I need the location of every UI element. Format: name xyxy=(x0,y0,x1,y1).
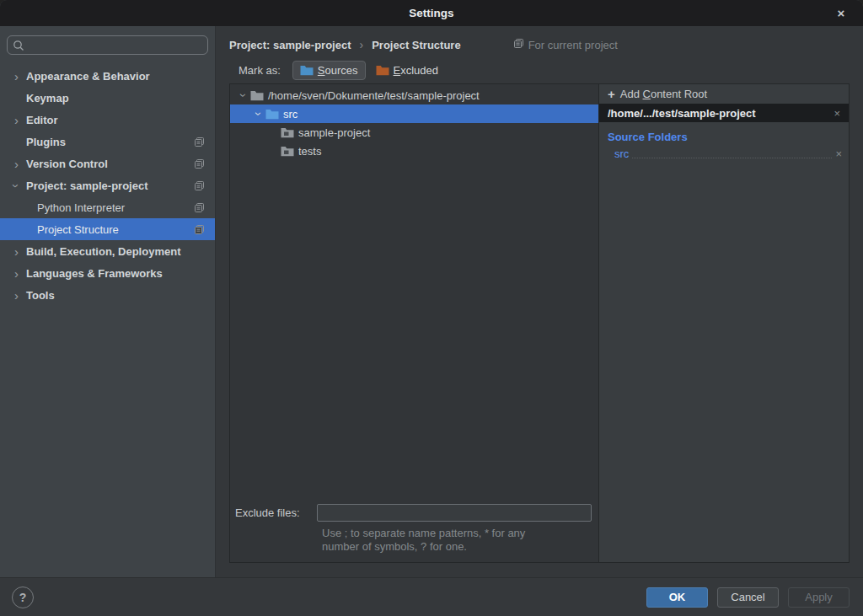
folder-icon xyxy=(281,146,294,157)
sidebar-item-tools[interactable]: ›Tools xyxy=(0,284,215,306)
tree-row-src[interactable]: ›src xyxy=(230,104,598,123)
mark-excluded-button[interactable]: Excluded xyxy=(369,62,445,79)
project-config-icon xyxy=(194,180,205,191)
search-input[interactable] xyxy=(29,39,202,51)
tree-item-label: /home/sven/Dokumente/test/sample-project xyxy=(268,89,480,102)
tree-item-label: tests xyxy=(298,145,321,158)
sidebar-item-label: Project Structure xyxy=(37,223,119,236)
project-config-icon xyxy=(513,38,524,51)
sidebar-item-build-execution-deployment[interactable]: ›Build, Execution, Deployment xyxy=(0,240,215,262)
source-folder-row[interactable]: src × xyxy=(599,145,849,162)
source-folder-name: src xyxy=(614,147,629,160)
breadcrumb: Project: sample-project › Project Struct… xyxy=(216,26,863,53)
breadcrumb-project[interactable]: Project: sample-project xyxy=(229,39,351,51)
sidebar-item-label: Languages & Frameworks xyxy=(26,267,163,280)
cancel-button[interactable]: Cancel xyxy=(717,587,779,608)
sidebar-item-label: Project: sample-project xyxy=(26,179,148,192)
add-content-root-label: Add Content Root xyxy=(620,88,707,100)
exclude-files-section: Exclude files: Use ; to separate name pa… xyxy=(230,504,598,562)
sidebar-item-version-control[interactable]: ›Version Control xyxy=(0,153,215,174)
plus-icon: + xyxy=(608,88,615,100)
dialog-title: Settings xyxy=(409,7,453,19)
ok-button[interactable]: OK xyxy=(646,587,708,608)
sidebar-item-languages-frameworks[interactable]: ›Languages & Frameworks xyxy=(0,262,215,284)
exclude-files-hint: Use ; to separate name patterns, * for a… xyxy=(322,527,592,554)
sidebar-item-python-interpreter[interactable]: Python Interpreter xyxy=(0,196,215,218)
mark-as-toolbar: Mark as: Sources Excluded xyxy=(216,53,863,83)
mark-sources-button[interactable]: Sources xyxy=(292,61,366,80)
sidebar-item-project-structure[interactable]: Project Structure xyxy=(0,218,215,240)
chevron-down-icon[interactable]: › xyxy=(10,179,23,192)
dotted-leader xyxy=(632,149,832,158)
tree-row-tests[interactable]: tests xyxy=(230,142,598,160)
sidebar-item-label: Plugins xyxy=(26,136,66,148)
sidebar-item-label: Appearance & Behavior xyxy=(26,70,150,83)
sidebar-item-editor[interactable]: ›Editor xyxy=(0,109,215,131)
sidebar-item-label: Editor xyxy=(26,114,58,126)
sidebar-item-appearance-behavior[interactable]: ›Appearance & Behavior xyxy=(0,65,215,87)
settings-dialog: Settings × ›Appearance & BehaviorKeymap›… xyxy=(0,0,863,616)
remove-content-root-icon[interactable]: × xyxy=(834,107,840,120)
folder-icon xyxy=(250,90,264,101)
sidebar-item-plugins[interactable]: Plugins xyxy=(0,131,215,153)
tree-row-sample-project[interactable]: sample-project xyxy=(230,123,598,142)
sidebar-item-project-sample-project[interactable]: ›Project: sample-project xyxy=(0,174,215,196)
sidebar-item-label: Build, Execution, Deployment xyxy=(26,245,180,258)
mark-as-label: Mark as: xyxy=(239,64,281,77)
close-icon[interactable]: × xyxy=(829,0,853,26)
sidebar-item-label: Keymap xyxy=(26,92,69,104)
excluded-folder-icon xyxy=(376,65,389,76)
breadcrumb-page[interactable]: Project Structure xyxy=(372,39,460,51)
title-bar: Settings × xyxy=(0,0,863,26)
settings-nav: ›Appearance & BehaviorKeymap›EditorPlugi… xyxy=(0,65,215,306)
source-folders-heading: Source Folders xyxy=(608,131,849,143)
content-root-row[interactable]: /home/.../test/sample-project × xyxy=(599,104,849,122)
sidebar-item-label: Python Interpreter xyxy=(37,201,125,214)
chevron-right-icon[interactable]: › xyxy=(10,289,23,302)
sources-folder-icon xyxy=(300,65,314,76)
project-structure-panels: ›/home/sven/Dokumente/test/sample-projec… xyxy=(229,83,850,563)
content-root-path: /home/.../test/sample-project xyxy=(608,107,834,120)
folder-icon xyxy=(265,109,279,120)
chevron-right-icon[interactable]: › xyxy=(10,114,23,126)
project-config-icon xyxy=(194,224,205,235)
remove-source-folder-icon[interactable]: × xyxy=(835,147,842,160)
exclude-files-input[interactable] xyxy=(317,504,592,522)
content-root-panel: + Add Content Root /home/.../test/sample… xyxy=(599,84,849,562)
project-config-icon xyxy=(194,137,205,147)
scope-note: For current project xyxy=(513,38,618,51)
dialog-footer: ? OK Cancel Apply xyxy=(0,577,863,616)
project-config-icon xyxy=(194,202,205,213)
chevron-right-icon[interactable]: › xyxy=(10,245,23,258)
main-area: Project: sample-project › Project Struct… xyxy=(216,26,863,577)
chevron-right-icon[interactable]: › xyxy=(10,267,23,280)
folder-icon xyxy=(281,127,294,138)
chevron-right-icon[interactable]: › xyxy=(10,70,23,83)
settings-sidebar: ›Appearance & BehaviorKeymap›EditorPlugi… xyxy=(0,26,216,577)
sources-label: Sources xyxy=(318,64,358,77)
help-button[interactable]: ? xyxy=(12,587,34,608)
apply-button[interactable]: Apply xyxy=(788,587,850,608)
chevron-right-icon[interactable]: › xyxy=(10,158,23,170)
directory-tree: ›/home/sven/Dokumente/test/sample-projec… xyxy=(230,84,598,504)
tree-item-label: src xyxy=(283,108,297,121)
sidebar-item-keymap[interactable]: Keymap xyxy=(0,87,215,109)
sidebar-item-label: Version Control xyxy=(26,158,108,170)
chevron-down-icon[interactable]: › xyxy=(237,88,250,102)
tree-item-label: sample-project xyxy=(298,126,370,139)
exclude-files-label: Exclude files: xyxy=(235,506,317,519)
chevron-down-icon[interactable]: › xyxy=(252,107,265,121)
scope-note-label: For current project xyxy=(528,39,618,51)
tree-row-home-sven-dokumente-test-sample-project[interactable]: ›/home/sven/Dokumente/test/sample-projec… xyxy=(230,86,598,104)
sidebar-item-label: Tools xyxy=(26,289,55,302)
content-tree-panel: ›/home/sven/Dokumente/test/sample-projec… xyxy=(230,84,599,562)
add-content-root-button[interactable]: + Add Content Root xyxy=(599,84,849,104)
excluded-label: Excluded xyxy=(394,64,438,77)
search-box[interactable] xyxy=(7,35,208,55)
breadcrumb-separator-icon: › xyxy=(360,38,364,51)
search-icon xyxy=(13,40,24,51)
project-config-icon xyxy=(194,158,205,169)
